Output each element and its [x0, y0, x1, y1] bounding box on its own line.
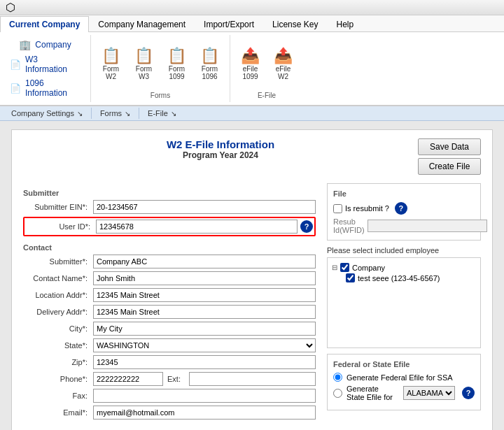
submitter-ein-label: Submitter EIN*: [23, 203, 93, 211]
ribbon-forms-group: 📋 FormW2 📋 FormW3 📋 Form1099 📋 Form1096 … [91, 35, 230, 102]
ext-input[interactable] [189, 372, 316, 386]
ribbon-efile-w2[interactable]: 📤 eFileW2 [269, 45, 298, 83]
email-row: Email*: [23, 406, 316, 420]
zip-label: Zip*: [23, 358, 93, 366]
settings-company[interactable]: Company Settings ↘ [3, 108, 92, 119]
user-id-input[interactable] [96, 220, 298, 234]
efile-section-title: Federal or State Efile [333, 360, 475, 368]
phone-row: Phone*: Ext: [23, 372, 316, 386]
is-resubmit-checkbox[interactable] [333, 204, 342, 213]
ribbon-nav-w3[interactable]: 📄 W3 Information [7, 53, 83, 76]
state-radio-row: Generate State Efile for ALABAMA ALASKA … [333, 385, 475, 401]
location-addr-input[interactable] [93, 288, 316, 302]
delivery-addr-input[interactable] [93, 305, 316, 319]
ribbon-efile-label: E-File [258, 90, 276, 99]
submitter-contact-row: Submitter*: [23, 255, 316, 268]
ribbon-nav-1096[interactable]: 📄 1096 Information [7, 77, 83, 99]
phone-label: Phone*: [23, 375, 93, 383]
resub-id-label: Resub Id(WFID) [333, 217, 365, 234]
fax-row: Fax: [23, 389, 316, 403]
user-id-label: User ID*: [26, 222, 96, 231]
state-radio[interactable] [333, 389, 342, 398]
tab-import-export[interactable]: Import/Export [195, 16, 263, 32]
is-resubmit-row: Is resubmit ? ? [333, 202, 475, 215]
tree-expand-icon[interactable]: ⊟ [332, 264, 337, 271]
city-row: City*: [23, 322, 316, 336]
state-efile-label: Generate State Efile for [346, 385, 396, 401]
submitter-ein-input[interactable] [93, 200, 316, 214]
resub-id-input[interactable] [368, 220, 487, 232]
employee-section-title-label: Please select included employee [327, 246, 481, 255]
company-tree-label: Company [352, 264, 385, 272]
fax-input[interactable] [93, 389, 316, 403]
email-label: Email*: [23, 408, 93, 417]
action-buttons: Save Data Create File [418, 138, 481, 178]
form-header: W2 E-File Information Program Year 2024 [23, 138, 418, 160]
ribbon-efile-group: 📤 eFile1099 📤 eFileW2 E-File [230, 35, 303, 102]
federal-label: Generate Federal Efile for SSA [346, 373, 453, 382]
tree-employee-row: test seee (123-45-6567) [346, 273, 476, 283]
federal-radio[interactable] [333, 373, 342, 382]
resubmit-help-icon[interactable]: ? [395, 202, 407, 215]
content-panel: W2 E-File Information Program Year 2024 … [11, 129, 493, 430]
employee-section: ⊟ Company test seee (123-45-6567) [327, 257, 481, 348]
is-resubmit-label: Is resubmit ? [345, 204, 389, 213]
file-section: File Is resubmit ? ? Resub Id(WFID) [327, 183, 481, 241]
tree-company-row: ⊟ Company [332, 262, 476, 273]
efile-section: Federal or State Efile Generate Federal … [327, 354, 481, 410]
menu-bar: Current Company Company Management Impor… [0, 15, 504, 32]
ribbon-form-1096[interactable]: 📋 Form1096 [195, 45, 224, 83]
state-label: State*: [23, 341, 93, 350]
main-content: W2 E-File Information Program Year 2024 … [0, 121, 504, 430]
location-addr-label: Location Addr*: [23, 291, 93, 299]
state-efile-select[interactable]: ALABAMA ALASKA ARIZONA [403, 386, 455, 400]
city-input[interactable] [93, 322, 316, 336]
ribbon-form-1099[interactable]: 📋 Form1099 [162, 45, 191, 83]
contact-section-label: Contact [23, 243, 316, 252]
ribbon-form-w2[interactable]: 📋 FormW2 [97, 45, 125, 83]
contact-name-label: Contact Name*: [23, 274, 93, 282]
contact-name-input[interactable] [93, 271, 316, 285]
ext-label: Ext: [163, 375, 186, 383]
state-row: State*: WASHINGTON ALABAMA ALASKA [23, 338, 316, 352]
save-data-button[interactable]: Save Data [418, 138, 481, 155]
submitter-contact-input[interactable] [93, 255, 316, 268]
tab-license-key[interactable]: License Key [263, 16, 327, 32]
tab-current-company[interactable]: Current Company [0, 16, 89, 32]
ribbon-nav-company[interactable]: 🏢 Company [16, 38, 74, 52]
tab-help[interactable]: Help [327, 16, 363, 32]
delivery-addr-label: Delivery Addr*: [23, 308, 93, 316]
fax-label: Fax: [23, 392, 93, 400]
settings-forms[interactable]: Forms ↘ [92, 108, 139, 119]
title-bar: ⬡ [0, 0, 504, 15]
submitter-section-label: Submitter [23, 189, 316, 197]
form-subtitle: Program Year 2024 [23, 150, 418, 160]
submitter-ein-row: Submitter EIN*: [23, 200, 316, 214]
employee-tree-label: test seee (123-45-6567) [358, 274, 440, 282]
ribbon-form-w3[interactable]: 📋 FormW3 [130, 45, 158, 83]
create-file-button[interactable]: Create File [418, 158, 481, 175]
form-title: W2 E-File Information [23, 138, 418, 150]
settings-efile[interactable]: E-File ↘ [139, 108, 185, 119]
email-input[interactable] [93, 406, 316, 420]
user-id-help-icon[interactable]: ? [300, 220, 313, 233]
company-checkbox[interactable] [340, 263, 349, 272]
phone-input[interactable] [93, 372, 163, 386]
ribbon-efile-1099[interactable]: 📤 eFile1099 [236, 45, 265, 83]
federal-radio-row: Generate Federal Efile for SSA [333, 373, 475, 382]
zip-row: Zip*: [23, 355, 316, 369]
file-section-title: File [333, 189, 475, 198]
user-id-row: User ID*: ? [23, 217, 316, 236]
state-select[interactable]: WASHINGTON ALABAMA ALASKA [93, 338, 316, 352]
state-efile-help-icon[interactable]: ? [462, 387, 475, 399]
employee-checkbox[interactable] [346, 273, 355, 282]
zip-input[interactable] [93, 355, 316, 369]
settings-bar: Company Settings ↘ Forms ↘ E-File ↘ [0, 106, 504, 121]
city-label: City*: [23, 324, 93, 333]
ribbon-forms-label: Forms [150, 90, 170, 99]
delivery-addr-row: Delivery Addr*: [23, 305, 316, 319]
resub-id-row: Resub Id(WFID) [333, 217, 475, 234]
tab-company-management[interactable]: Company Management [89, 16, 195, 32]
submitter-contact-label: Submitter*: [23, 257, 93, 266]
contact-name-row: Contact Name*: [23, 271, 316, 285]
